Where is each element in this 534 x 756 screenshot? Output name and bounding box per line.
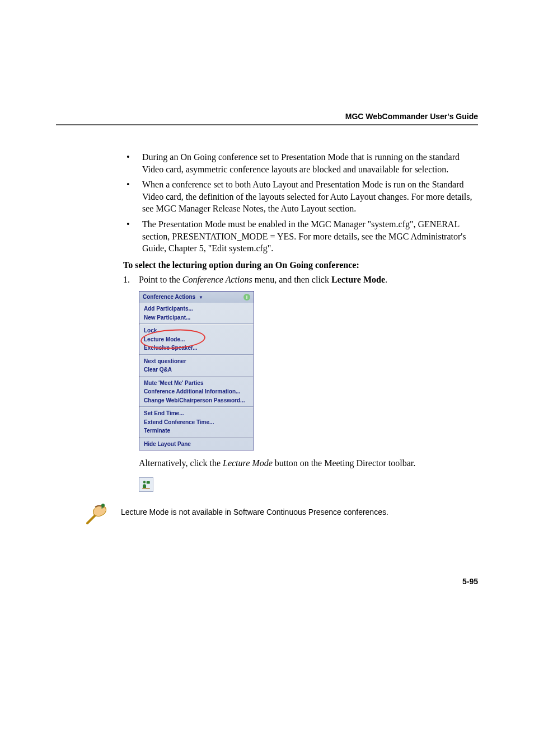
note-text: Lecture Mode is not available in Softwar… bbox=[121, 500, 388, 516]
menu-item-change-password[interactable]: Change Web/Chairperson Password... bbox=[144, 396, 249, 405]
menu-item-next-questioner[interactable]: Next questioner bbox=[144, 357, 249, 366]
menu-item-hide-layout-pane[interactable]: Hide Layout Pane bbox=[144, 440, 249, 449]
menu-item-set-end-time[interactable]: Set End Time... bbox=[144, 409, 249, 418]
menu-title-label: Conference Actions bbox=[143, 294, 195, 300]
bullet-dot-icon: • bbox=[123, 179, 142, 215]
menu-group: Hide Layout Pane bbox=[139, 438, 254, 450]
bullet-list: • During an On Going conference set to P… bbox=[123, 151, 478, 255]
document-page: MGC WebCommander User's Guide • During a… bbox=[0, 0, 534, 619]
bullet-dot-icon: • bbox=[123, 151, 142, 175]
menu-item-terminate[interactable]: Terminate bbox=[144, 426, 249, 435]
menu-item-mute-meet-me[interactable]: Mute 'Meet Me' Parties bbox=[144, 379, 249, 388]
menu-item-lock[interactable]: Lock bbox=[144, 326, 249, 335]
chevron-down-icon: ▼ bbox=[199, 295, 203, 300]
svg-point-0 bbox=[143, 481, 146, 483]
step-number: 1. bbox=[123, 274, 139, 500]
step-item: 1. Point to the Conference Actions menu,… bbox=[123, 274, 478, 500]
menu-title-bar[interactable]: Conference Actions ▼ i bbox=[139, 292, 254, 303]
menu-group: Mute 'Meet Me' Parties Conference Additi… bbox=[139, 377, 254, 407]
menu-item-add-participants[interactable]: Add Participants... bbox=[144, 304, 249, 313]
list-item: • When a conference set to both Auto Lay… bbox=[123, 179, 478, 215]
alt-text: Alternatively, click the bbox=[139, 458, 223, 468]
note-pin-icon bbox=[84, 500, 111, 527]
bullet-dot-icon: • bbox=[123, 218, 142, 255]
header-rule bbox=[56, 124, 478, 125]
list-item: • The Presentation Mode must be enabled … bbox=[123, 218, 478, 255]
menu-group: Add Participants... New Participant... bbox=[139, 303, 254, 323]
bullet-text: When a conference set to both Auto Layou… bbox=[142, 179, 478, 215]
body-content: • During an On Going conference set to P… bbox=[123, 151, 478, 527]
step-text: Point to the bbox=[139, 275, 182, 284]
menu-item-lecture-mode[interactable]: Lecture Mode... bbox=[144, 335, 249, 344]
step-text: menu, and then click bbox=[252, 275, 331, 284]
procedure-steps: 1. Point to the Conference Actions menu,… bbox=[123, 274, 478, 500]
info-icon[interactable]: i bbox=[243, 294, 250, 300]
page-header-title: MGC WebCommander User's Guide bbox=[56, 112, 478, 121]
menu-item-additional-info[interactable]: Conference Additional Information... bbox=[144, 387, 249, 396]
alt-text: button on the Meeting Director toolbar. bbox=[273, 458, 416, 468]
menu-group: Next questioner Clear Q&A bbox=[139, 355, 254, 376]
procedure-heading: To select the lecturing option during an… bbox=[123, 260, 478, 270]
step-text-bold: Lecture Mode bbox=[331, 275, 385, 284]
menu-item-extend-time[interactable]: Extend Conference Time... bbox=[144, 418, 249, 427]
lecture-mode-icon bbox=[141, 480, 151, 490]
menu-item-new-participant[interactable]: New Participant... bbox=[144, 313, 249, 322]
menu-item-exclusive-speaker[interactable]: Exclusive Speaker... bbox=[144, 344, 249, 353]
alt-text-italic: Lecture Mode bbox=[223, 458, 273, 468]
note-block: Lecture Mode is not available in Softwar… bbox=[84, 500, 478, 527]
menu-group: Lock Lecture Mode... Exclusive Speaker..… bbox=[139, 325, 254, 354]
svg-rect-1 bbox=[147, 481, 150, 484]
list-item: • During an On Going conference set to P… bbox=[123, 151, 478, 175]
menu-item-clear-qa[interactable]: Clear Q&A bbox=[144, 365, 249, 374]
conference-actions-menu: Conference Actions ▼ i Add Participants.… bbox=[139, 291, 254, 450]
alternative-text: Alternatively, click the Lecture Mode bu… bbox=[139, 457, 478, 469]
menu-group: Set End Time... Extend Conference Time..… bbox=[139, 407, 254, 437]
lecture-mode-toolbar-button[interactable] bbox=[139, 477, 153, 492]
step-body: Point to the Conference Actions menu, an… bbox=[139, 274, 478, 500]
svg-rect-2 bbox=[142, 488, 150, 489]
step-text-italic: Conference Actions bbox=[182, 275, 252, 284]
bullet-text: The Presentation Mode must be enabled in… bbox=[142, 218, 478, 255]
page-number: 5-95 bbox=[56, 577, 478, 586]
bullet-text: During an On Going conference set to Pre… bbox=[142, 151, 478, 175]
step-text: . bbox=[385, 275, 387, 284]
